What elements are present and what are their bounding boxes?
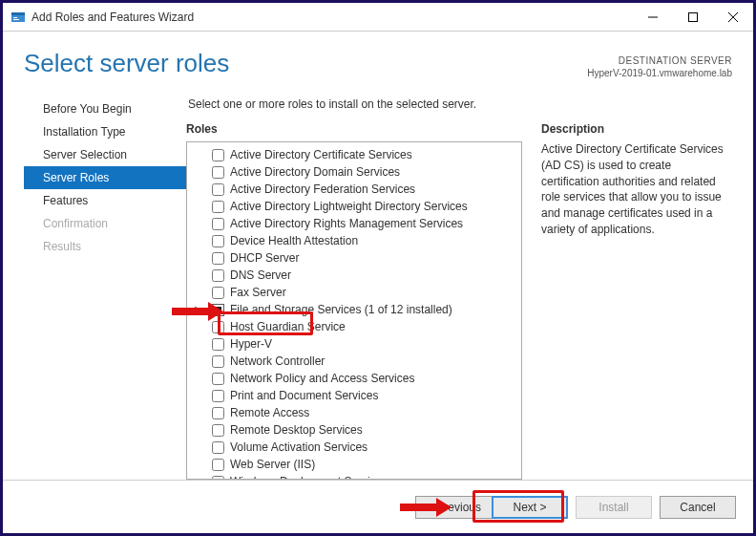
role-checkbox[interactable]	[212, 407, 224, 419]
role-label: Network Controller	[230, 354, 325, 369]
role-label: Host Guardian Service	[230, 319, 346, 334]
role-checkbox[interactable]	[212, 252, 224, 265]
step-results: Results	[24, 235, 186, 258]
checkbox-partial[interactable]	[212, 304, 224, 316]
minimize-button[interactable]	[633, 3, 673, 31]
role-item[interactable]: ▷File and Storage Services (1 of 12 inst…	[187, 301, 521, 318]
role-label: Remote Desktop Services	[230, 422, 363, 438]
role-item[interactable]: Remote Access	[187, 404, 521, 421]
role-item[interactable]: Active Directory Rights Management Servi…	[187, 215, 521, 232]
role-label: Windows Deployment Services	[230, 474, 388, 479]
role-label: DHCP Server	[230, 250, 299, 266]
role-item[interactable]: DNS Server	[187, 267, 521, 284]
window-buttons	[633, 3, 753, 31]
role-label: Active Directory Certificate Services	[230, 147, 412, 162]
role-checkbox[interactable]	[212, 390, 224, 402]
expand-chevron-icon[interactable]: ▷	[195, 302, 204, 317]
role-checkbox[interactable]	[212, 149, 224, 161]
role-checkbox[interactable]	[212, 355, 224, 368]
cancel-button[interactable]: Cancel	[660, 496, 736, 519]
role-label: Active Directory Lightweight Directory S…	[230, 199, 468, 214]
svg-rect-5	[689, 12, 698, 21]
role-label: Active Directory Domain Services	[230, 164, 400, 180]
role-checkbox[interactable]	[212, 166, 224, 179]
next-button[interactable]: Next >	[492, 496, 568, 519]
svg-rect-1	[11, 12, 25, 15]
role-checkbox[interactable]	[212, 321, 224, 333]
svg-rect-3	[13, 19, 19, 20]
role-checkbox[interactable]	[212, 338, 224, 351]
step-installation-type[interactable]: Installation Type	[24, 120, 186, 143]
role-item[interactable]: Web Server (IIS)	[187, 456, 521, 473]
roles-heading: Roles	[186, 122, 522, 136]
role-item[interactable]: Device Health Attestation	[187, 232, 521, 249]
close-button[interactable]	[713, 3, 753, 31]
role-item[interactable]: Active Directory Lightweight Directory S…	[187, 198, 521, 215]
footer: < Previous Next > Install Cancel	[3, 480, 753, 533]
role-item[interactable]: DHCP Server	[187, 249, 521, 267]
step-features[interactable]: Features	[24, 189, 186, 212]
role-label: Fax Server	[230, 285, 286, 300]
description-text: Active Directory Certificate Services (A…	[541, 141, 732, 238]
destination-value: HyperV-2019-01.vmwarehome.lab	[587, 67, 732, 79]
role-checkbox[interactable]	[212, 287, 224, 299]
role-item[interactable]: Windows Deployment Services	[187, 473, 521, 479]
window-title: Add Roles and Features Wizard	[32, 11, 633, 24]
prev-next-group: < Previous Next >	[415, 496, 568, 519]
destination-label: DESTINATION SERVER	[587, 54, 732, 67]
role-label: File and Storage Services (1 of 12 insta…	[230, 302, 452, 317]
description-heading: Description	[541, 122, 732, 136]
wizard-window: Add Roles and Features Wizard Select ser…	[0, 0, 756, 536]
main-panel: Select one or more roles to install on t…	[186, 96, 732, 480]
role-item[interactable]: Active Directory Domain Services	[187, 163, 521, 181]
role-item[interactable]: Fax Server	[187, 284, 521, 301]
app-icon	[10, 10, 26, 25]
previous-button[interactable]: < Previous	[415, 496, 492, 519]
role-item[interactable]: Volume Activation Services	[187, 439, 521, 456]
role-label: Active Directory Rights Management Servi…	[230, 216, 463, 231]
role-checkbox[interactable]	[212, 218, 224, 230]
role-item[interactable]: Active Directory Federation Services	[187, 181, 521, 198]
roles-listbox[interactable]: Active Directory Certificate ServicesAct…	[186, 141, 522, 480]
step-before-you-begin[interactable]: Before You Begin	[24, 97, 186, 120]
role-label: Remote Access	[230, 405, 309, 420]
step-server-roles[interactable]: Server Roles	[24, 166, 186, 189]
destination-server: DESTINATION SERVER HyperV-2019-01.vmware…	[587, 54, 732, 79]
steps-nav: Before You BeginInstallation TypeServer …	[24, 96, 186, 480]
role-checkbox[interactable]	[212, 201, 224, 213]
content-area: Select server roles DESTINATION SERVER H…	[3, 32, 753, 480]
role-label: Active Directory Federation Services	[230, 182, 415, 197]
instruction-text: Select one or more roles to install on t…	[188, 97, 732, 111]
role-checkbox[interactable]	[212, 269, 224, 282]
role-label: Hyper-V	[230, 336, 272, 352]
role-item[interactable]: Print and Document Services	[187, 387, 521, 404]
role-item[interactable]: Active Directory Certificate Services	[187, 146, 521, 163]
role-label: DNS Server	[230, 268, 291, 283]
role-label: Web Server (IIS)	[230, 457, 315, 472]
step-confirmation: Confirmation	[24, 212, 186, 235]
page-title: Select server roles	[24, 49, 229, 78]
titlebar: Add Roles and Features Wizard	[3, 3, 753, 32]
role-checkbox[interactable]	[212, 235, 224, 247]
role-checkbox[interactable]	[212, 424, 224, 437]
role-item[interactable]: Host Guardian Service	[187, 318, 521, 335]
install-button: Install	[576, 496, 652, 519]
role-checkbox[interactable]	[212, 459, 224, 471]
role-item[interactable]: Remote Desktop Services	[187, 421, 521, 439]
role-checkbox[interactable]	[212, 183, 224, 196]
step-server-selection[interactable]: Server Selection	[24, 143, 186, 166]
role-item[interactable]: Hyper-V	[187, 335, 521, 353]
role-item[interactable]: Network Policy and Access Services	[187, 370, 521, 387]
role-label: Volume Activation Services	[230, 440, 368, 455]
role-label: Device Health Attestation	[230, 233, 358, 248]
role-label: Network Policy and Access Services	[230, 371, 414, 386]
role-checkbox[interactable]	[212, 373, 224, 385]
role-label: Print and Document Services	[230, 388, 378, 403]
role-checkbox[interactable]	[212, 441, 224, 454]
maximize-button[interactable]	[673, 3, 713, 31]
role-item[interactable]: Network Controller	[187, 353, 521, 370]
role-checkbox[interactable]	[212, 476, 224, 480]
svg-rect-2	[13, 17, 17, 18]
